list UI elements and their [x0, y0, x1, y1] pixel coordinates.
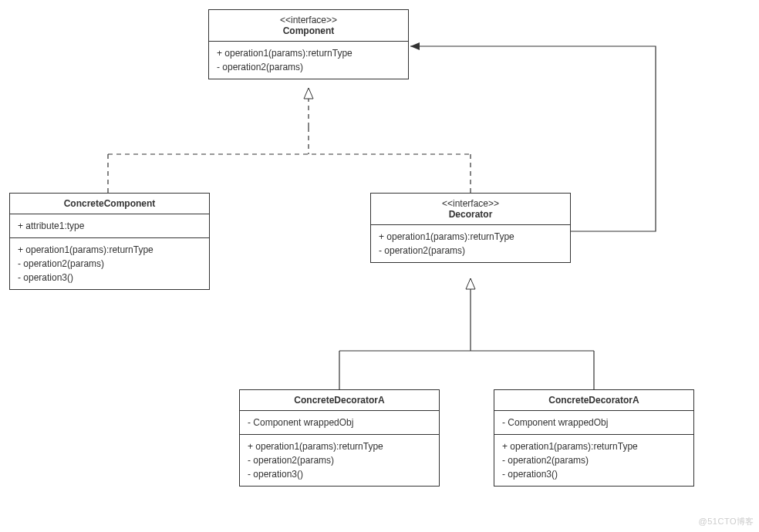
uml-title: ConcreteDecoratorA: [494, 390, 693, 411]
operation: - operation2(params): [217, 60, 400, 74]
uml-operations: + operation1(params):returnType - operat…: [10, 238, 209, 289]
operation: - operation2(params): [18, 257, 201, 271]
class-name: Decorator: [379, 209, 562, 220]
uml-attributes: - Component wrappedObj: [240, 411, 439, 435]
class-name: ConcreteDecoratorA: [248, 395, 431, 406]
uml-operations: + operation1(params):returnType - operat…: [240, 435, 439, 486]
uml-operations: + operation1(params):returnType - operat…: [494, 435, 693, 486]
attribute: - Component wrappedObj: [502, 416, 686, 429]
operation: + operation1(params):returnType: [248, 439, 431, 453]
uml-class-decorator: <<interface>> Decorator + operation1(par…: [370, 193, 571, 263]
uml-class-concrete-decorator-a: ConcreteDecoratorA - Component wrappedOb…: [239, 389, 440, 487]
class-name: Component: [217, 25, 400, 36]
operation: - operation2(params): [379, 244, 562, 258]
watermark: @51CTO博客: [699, 516, 754, 527]
uml-title: ConcreteDecoratorA: [240, 390, 439, 411]
stereotype-label: <<interface>>: [217, 15, 400, 25]
operation: + operation1(params):returnType: [502, 439, 686, 453]
uml-operations: + operation1(params):returnType - operat…: [209, 42, 408, 79]
uml-title: <<interface>> Component: [209, 10, 408, 42]
uml-class-concrete-component: ConcreteComponent + attribute1:type + op…: [9, 193, 210, 290]
operation: - operation2(params): [248, 453, 431, 467]
uml-class-concrete-decorator-b: ConcreteDecoratorA - Component wrappedOb…: [494, 389, 694, 487]
uml-title: ConcreteComponent: [10, 194, 209, 214]
uml-attributes: + attribute1:type: [10, 214, 209, 238]
operation: + operation1(params):returnType: [18, 243, 201, 257]
operation: - operation3(): [248, 467, 431, 481]
uml-operations: + operation1(params):returnType - operat…: [371, 225, 570, 262]
operation: - operation3(): [18, 271, 201, 285]
uml-title: <<interface>> Decorator: [371, 194, 570, 225]
attribute: - Component wrappedObj: [248, 416, 431, 429]
operation: - operation2(params): [502, 453, 686, 467]
operation: + operation1(params):returnType: [217, 46, 400, 60]
uml-class-component: <<interface>> Component + operation1(par…: [208, 9, 409, 79]
operation: - operation3(): [502, 467, 686, 481]
stereotype-label: <<interface>>: [379, 198, 562, 209]
operation: + operation1(params):returnType: [379, 230, 562, 244]
uml-attributes: - Component wrappedObj: [494, 411, 693, 435]
class-name: ConcreteDecoratorA: [502, 395, 686, 406]
class-name: ConcreteComponent: [18, 198, 201, 209]
attribute: + attribute1:type: [18, 219, 201, 233]
